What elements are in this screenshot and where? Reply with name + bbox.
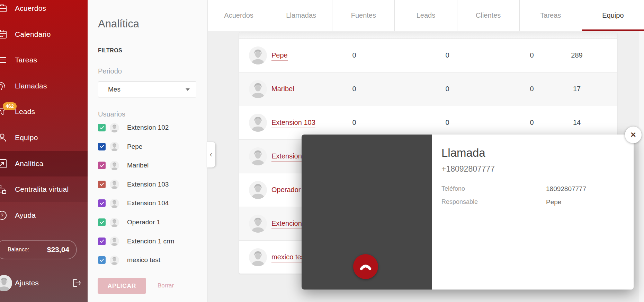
analytics-icon: [0, 158, 7, 169]
sidebar-item-tasks[interactable]: Tareas: [0, 47, 88, 73]
user-filter-label: Extension 102: [127, 124, 169, 131]
sidebar-item-pbx[interactable]: Centralita virtual: [0, 176, 88, 202]
deals-icon: [0, 3, 7, 14]
sidebar-item-label: Analítica: [15, 159, 43, 168]
user-filter-item[interactable]: Extencion 1 crm: [98, 232, 198, 251]
sidebar-item-label: Ajustes: [15, 279, 39, 287]
sidebar-item-label: Ayuda: [15, 211, 36, 219]
user-checkbox[interactable]: [98, 143, 106, 150]
user-checkbox[interactable]: [98, 162, 106, 169]
sidebar-item-calendar[interactable]: Calendario: [0, 21, 88, 47]
member-avatar: [249, 181, 267, 199]
sidebar-item-analytics[interactable]: Analítica: [0, 151, 88, 176]
call-field-label: Responsable: [441, 198, 478, 206]
tab-label: Acuerdos: [224, 11, 253, 19]
user-filter-item[interactable]: Pepe: [98, 137, 198, 156]
close-icon: ✕: [630, 131, 636, 139]
stat-value: 17: [561, 85, 592, 93]
period-label: Periodo: [98, 67, 122, 75]
sidebar-item-calls[interactable]: Llamadas: [0, 73, 88, 99]
tab-label: Fuentes: [351, 11, 376, 19]
tab-llamadas[interactable]: Llamadas: [270, 0, 332, 31]
user-checkbox[interactable]: [98, 199, 106, 207]
stat-value: 0: [339, 119, 370, 127]
hangup-button[interactable]: [353, 254, 378, 279]
clear-button[interactable]: Borrar: [158, 282, 174, 289]
user-avatar-icon: [110, 142, 119, 151]
chevron-left-icon: ‹: [210, 150, 212, 159]
sidebar-item-help[interactable]: ? Ayuda: [0, 202, 88, 228]
calendar-icon: [0, 29, 7, 40]
stat-value: 0: [432, 119, 463, 127]
stat-value: 0: [516, 85, 547, 93]
user-checkbox[interactable]: [98, 238, 106, 245]
sidebar-item-team[interactable]: Equipo: [0, 125, 88, 150]
call-phone-link[interactable]: +18092807777: [441, 164, 495, 175]
logout-icon[interactable]: [72, 278, 82, 288]
user-checkbox[interactable]: [98, 218, 106, 226]
user-checkbox[interactable]: [98, 256, 106, 264]
user-filter-item[interactable]: Extension 104: [98, 194, 198, 213]
apply-button[interactable]: APLICAR: [98, 278, 146, 294]
user-filter-label: Extension 104: [127, 199, 169, 207]
sidebar-item-deals[interactable]: Acuerdos: [0, 0, 88, 21]
stat-value: 0: [516, 51, 547, 59]
call-field-row: Teléfono 18092807777: [441, 185, 621, 195]
user-filter-item[interactable]: Extension 102: [98, 118, 198, 137]
period-select[interactable]: Mes: [98, 81, 196, 97]
user-filter-item[interactable]: Maribel: [98, 156, 198, 175]
call-modal: Llamada +18092807777 Teléfono 1809280777…: [302, 135, 634, 290]
user-avatar-icon: [110, 256, 119, 265]
user-avatar-icon: [110, 236, 119, 246]
svg-text:?: ?: [1, 213, 3, 218]
tab-tareas[interactable]: Tareas: [519, 0, 582, 31]
panel-collapse-button[interactable]: ‹: [207, 142, 215, 167]
member-avatar: [249, 248, 267, 266]
tab-clientes[interactable]: Clientes: [457, 0, 519, 31]
caller-avatar: [324, 152, 408, 236]
user-avatar: [0, 275, 12, 291]
sidebar-item-label: Llamadas: [15, 82, 47, 90]
stat-value: 0: [432, 85, 463, 93]
sidebar-item-label: Leads: [15, 107, 35, 116]
team-icon: [0, 132, 7, 143]
chevron-down-icon: [186, 88, 190, 91]
user-filter-item[interactable]: mexico test: [98, 251, 198, 269]
call-field-value: Pepe: [546, 198, 561, 206]
member-name-link[interactable]: Extension 103: [271, 119, 315, 128]
stat-value: 14: [561, 119, 592, 127]
member-avatar: [249, 147, 267, 165]
stat-value: 0: [432, 51, 463, 59]
user-filter-label: Extencion 1 crm: [127, 238, 174, 245]
tab-fuentes[interactable]: Fuentes: [332, 0, 394, 31]
member-name-link[interactable]: Operador 1: [271, 186, 306, 195]
tab-leads[interactable]: Leads: [394, 0, 457, 31]
member-avatar: [249, 215, 267, 233]
calls-icon: [0, 81, 7, 91]
sidebar-item-ajustes[interactable]: Ajustes: [0, 274, 88, 292]
call-field-label: Teléfono: [441, 185, 465, 192]
member-name-link[interactable]: mexico test: [271, 253, 306, 262]
user-filter-label: Operador 1: [127, 218, 160, 226]
scrollbar-track[interactable]: [639, 31, 644, 302]
user-filter-item[interactable]: Operador 1: [98, 213, 198, 232]
user-checkbox[interactable]: [98, 181, 106, 188]
call-modal-info-pane: Llamada +18092807777 Teléfono 1809280777…: [432, 135, 634, 290]
balance-value: $23,04: [47, 245, 69, 254]
help-icon: ?: [0, 210, 7, 221]
call-title: Llamada: [441, 146, 485, 159]
users-label: Usuarios: [98, 110, 125, 118]
close-call-modal-button[interactable]: ✕: [625, 127, 642, 143]
user-filter-item[interactable]: Extension 103: [98, 175, 198, 194]
call-field-row: Responsable Pepe: [441, 198, 621, 208]
user-filter-label: Extension 103: [127, 181, 169, 188]
user-checkbox[interactable]: [98, 124, 106, 131]
member-name-link[interactable]: Maribel: [271, 85, 294, 94]
user-avatar-icon: [110, 123, 119, 132]
tab-acuerdos[interactable]: Acuerdos: [208, 0, 270, 31]
member-name-link[interactable]: Pepe: [271, 51, 288, 61]
sidebar-item-leads[interactable]: Leads 462: [0, 99, 88, 124]
tab-label: Clientes: [476, 11, 501, 19]
member-avatar: [249, 80, 267, 98]
tab-equipo[interactable]: Equipo: [582, 0, 644, 31]
